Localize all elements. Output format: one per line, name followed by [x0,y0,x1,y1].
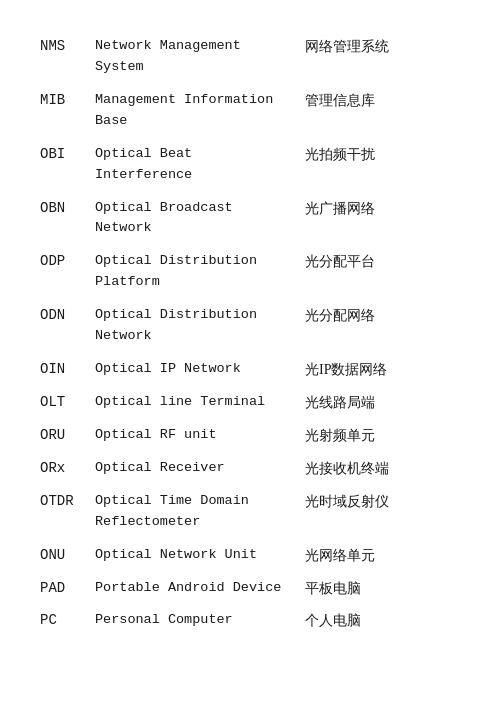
abbreviation: MIB [40,90,95,108]
abbreviation: OTDR [40,491,95,509]
glossary-row: ORUOptical RF unit光射频单元 [40,419,460,452]
abbreviation: ODN [40,305,95,323]
english-term: Optical Broadcast Network [95,198,305,240]
glossary-row: OBIOptical Beat Interference光拍频干扰 [40,138,460,192]
english-term: Optical Distribution Network [95,305,305,347]
english-term: Optical Receiver [95,458,305,479]
english-term: Optical line Terminal [95,392,305,413]
english-term: Optical Beat Interference [95,144,305,186]
abbreviation: ORU [40,425,95,443]
glossary-row: OBNOptical Broadcast Network光广播网络 [40,192,460,246]
chinese-term: 光时域反射仪 [305,491,460,511]
chinese-term: 光拍频干扰 [305,144,460,164]
abbreviation: PC [40,610,95,628]
glossary-row: OINOptical IP Network光IP数据网络 [40,353,460,386]
chinese-term: 光网络单元 [305,545,460,565]
english-term: Optical IP Network [95,359,305,380]
glossary-row: PCPersonal Computer个人电脑 [40,604,460,637]
chinese-term: 光分配平台 [305,251,460,271]
abbreviation: ODP [40,251,95,269]
english-term: Management Information Base [95,90,305,132]
abbreviation: ORx [40,458,95,476]
english-term: Optical RF unit [95,425,305,446]
chinese-term: 个人电脑 [305,610,460,630]
glossary-row: MIBManagement Information Base管理信息库 [40,84,460,138]
english-term: Optical Distribution Platform [95,251,305,293]
glossary-row: PADPortable Android Device平板电脑 [40,572,460,605]
chinese-term: 网络管理系统 [305,36,460,56]
english-term: Personal Computer [95,610,305,631]
chinese-term: 光线路局端 [305,392,460,412]
chinese-term: 光广播网络 [305,198,460,218]
abbreviation: PAD [40,578,95,596]
glossary-row: ODNOptical Distribution Network光分配网络 [40,299,460,353]
glossary-row: ODPOptical Distribution Platform光分配平台 [40,245,460,299]
abbreviation: OBI [40,144,95,162]
glossary-container: NMSNetwork Management System网络管理系统MIBMan… [40,30,460,637]
english-term: Network Management System [95,36,305,78]
abbreviation: OLT [40,392,95,410]
glossary-row: OTDROptical Time Domain Reflectometer光时域… [40,485,460,539]
chinese-term: 光接收机终端 [305,458,460,478]
abbreviation: NMS [40,36,95,54]
chinese-term: 光IP数据网络 [305,359,460,379]
chinese-term: 光分配网络 [305,305,460,325]
chinese-term: 光射频单元 [305,425,460,445]
glossary-row: OLTOptical line Terminal光线路局端 [40,386,460,419]
chinese-term: 平板电脑 [305,578,460,598]
glossary-row: NMSNetwork Management System网络管理系统 [40,30,460,84]
abbreviation: OBN [40,198,95,216]
abbreviation: ONU [40,545,95,563]
glossary-row: ONUOptical Network Unit光网络单元 [40,539,460,572]
glossary-row: ORxOptical Receiver光接收机终端 [40,452,460,485]
english-term: Optical Time Domain Reflectometer [95,491,305,533]
english-term: Optical Network Unit [95,545,305,566]
english-term: Portable Android Device [95,578,305,599]
chinese-term: 管理信息库 [305,90,460,110]
abbreviation: OIN [40,359,95,377]
